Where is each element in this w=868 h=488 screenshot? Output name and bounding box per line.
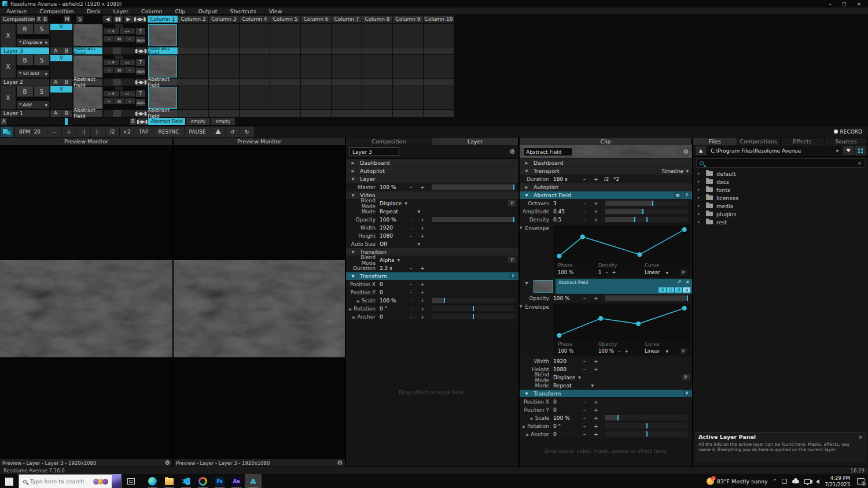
column-header[interactable]: Column 8 [362,16,392,23]
plus-button[interactable]: + [419,298,426,304]
layer-clip-progress[interactable] [104,110,135,117]
minus-button[interactable]: – [581,415,588,421]
crossfader-b-button[interactable]: B [130,118,136,125]
plus-button[interactable]: + [419,217,426,223]
plus-button[interactable]: + [419,290,426,295]
menu-item[interactable]: Column [135,8,168,14]
minus-button[interactable]: – [605,269,608,275]
channel-button[interactable]: B [675,287,682,293]
plus-button[interactable]: + [419,306,426,312]
empty-clip-cells[interactable] [178,86,454,109]
skip-icon[interactable]: ▶▮ [142,118,147,125]
layer-next-clip-icon[interactable]: ▸ [125,36,135,42]
layer-beatsnap-button[interactable] [115,56,123,59]
folder-item[interactable]: ▸ rest [693,218,868,226]
folder-item[interactable]: ▸ docs [693,178,868,186]
layer-transition-button[interactable]: T [136,28,145,35]
layer-alpha-button[interactable]: Alph [136,68,145,75]
plus-button[interactable]: + [593,431,599,437]
start-button[interactable] [5,478,13,486]
minus-button[interactable]: – [407,233,414,239]
layer-blend-dropdown[interactable]: * 50 Add▼ [17,70,49,77]
plus-button[interactable]: + [593,415,599,421]
taskbar-search[interactable] [19,474,122,488]
layer-clear-button[interactable]: X [1,55,16,78]
rotation-slider[interactable] [432,306,514,311]
pilot-button[interactable]: P [679,348,687,354]
tab-composition[interactable]: Composition [346,138,432,145]
clip-tab[interactable]: empty [186,118,210,125]
minus-button[interactable]: – [581,201,588,206]
gear-icon[interactable]: ⚙ [164,460,170,466]
composition-master-button[interactable]: M [64,16,71,23]
column-header[interactable]: Column 6 [301,16,331,23]
plus-button[interactable]: + [593,358,599,364]
section-dashboard[interactable]: ▶Dashboard [520,159,692,167]
plus-button[interactable]: + [593,423,599,429]
composition-solo-button[interactable]: S [76,16,83,23]
plus-button[interactable]: + [419,282,426,287]
clip-cell-active[interactable] [148,87,177,109]
column-header[interactable]: Column 3 [209,16,239,23]
tray-expand-icon[interactable]: ^ [773,479,777,484]
view-toggle-button[interactable] [855,146,866,155]
amplitude-slider[interactable] [605,209,687,214]
bpm-adjust-button[interactable]: -| [76,127,90,137]
layer-b-button[interactable]: B [61,79,72,86]
column-header[interactable]: Column 2 [178,16,208,23]
plus-button[interactable]: + [593,407,599,413]
source-thumbnail[interactable] [534,280,553,293]
scale-slider[interactable] [432,298,514,303]
plus-button[interactable]: + [419,184,426,190]
composition-grid-icon[interactable] [1,127,13,137]
taskbar-clock[interactable]: 4:29 PM 7/21/2023 [825,475,850,487]
bpm-adjust-button[interactable]: /2 [105,127,119,137]
layer-prev-clip-icon[interactable]: ◂ [104,98,113,104]
envelope-curve[interactable] [553,304,690,341]
section-dashboard[interactable]: ▶Dashboard [346,159,518,167]
blend-mode-dropdown[interactable]: Displace▼ [553,375,581,380]
phase-value[interactable]: 100 % [558,269,573,275]
layer-transition-button[interactable]: T [136,90,145,97]
plus-button[interactable]: + [593,201,599,206]
task-view-button[interactable] [127,478,135,485]
minus-button[interactable]: – [581,358,588,364]
transition-blend-dropdown[interactable]: Alpha▼ [380,257,407,263]
pilot-button[interactable]: P [682,374,690,380]
layer-alpha-button[interactable]: Alph [136,99,145,106]
section-autopilot[interactable]: ▶Autopilot [520,183,692,191]
composition-clear-button[interactable]: X [36,16,42,23]
empty-clip-cells[interactable] [178,24,454,47]
search-bar[interactable]: × [696,158,865,168]
clip-cell-active[interactable] [148,24,177,46]
minus-button[interactable]: – [581,209,588,215]
menu-item[interactable]: Deck [80,8,107,14]
folder-up-button[interactable]: ▲ [696,146,706,155]
menu-item[interactable]: Clip [168,8,192,14]
layer-next-clip-icon[interactable]: ▸ [125,98,135,104]
gear-icon[interactable]: ⚙ [509,149,515,155]
minus-button[interactable]: – [581,431,588,437]
menu-item[interactable]: Shortcuts [223,8,262,14]
plus-button[interactable]: + [624,348,628,354]
layer-clear-button[interactable]: X [1,86,16,109]
preset-icon[interactable]: ▤ [674,192,682,198]
plus-button[interactable]: + [593,399,599,405]
anchor-slider[interactable] [605,431,687,437]
section-autopilot[interactable]: ▶Autopilot [346,167,518,175]
layer-blend-dropdown[interactable]: * Displace▼ [17,39,49,46]
composition-button[interactable]: Composition [1,16,35,23]
layer-blend-dropdown[interactable]: * Add▼ [17,101,49,109]
clip-name-label[interactable]: Abstract Field [148,110,178,117]
plus-button[interactable]: + [419,225,426,231]
layer-autopilot-button[interactable]: ↻▼ [104,28,119,34]
taskbar-edge[interactable] [144,474,161,488]
scale-slider[interactable] [605,415,687,420]
crossfader-a-button[interactable]: A [1,118,7,125]
close-icon[interactable]: × [858,434,863,440]
menu-item[interactable]: View [263,8,289,14]
layer-bypass-button[interactable]: B [17,55,33,65]
layer-solo-button[interactable]: S [34,24,49,34]
envelope-curve[interactable] [553,225,690,262]
plus-button[interactable]: + [593,176,599,182]
